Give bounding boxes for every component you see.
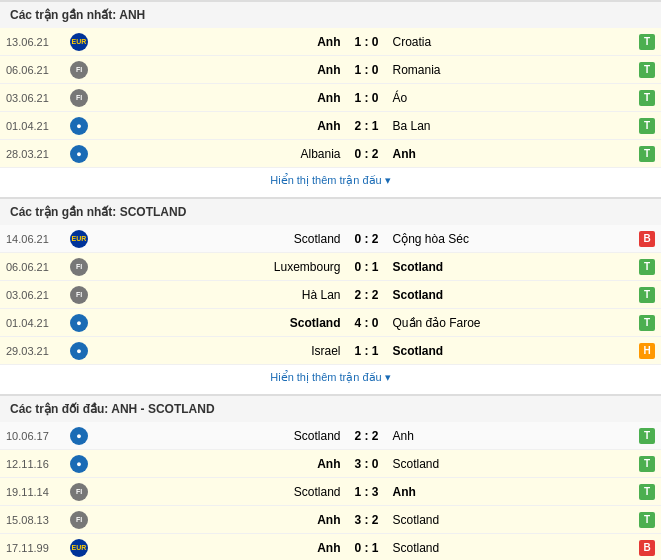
match-date: 06.06.21 [6, 64, 64, 76]
away-team: Anh [387, 485, 640, 499]
comp-col: ● [64, 314, 94, 332]
match-row: 13.06.21EURAnh1 : 0CroatiaT [0, 28, 661, 56]
section-header-2: Các trận đối đầu: ANH - SCOTLAND [0, 394, 661, 422]
match-score: 0 : 2 [347, 147, 387, 161]
match-row: 14.06.21EURScotland0 : 2Cộng hòa SécB [0, 225, 661, 253]
away-team: Anh [387, 147, 640, 161]
result-badge: T [639, 146, 655, 162]
match-row: 17.11.99EURAnh0 : 1ScotlandB [0, 534, 661, 560]
match-row: 10.06.17●Scotland2 : 2AnhT [0, 422, 661, 450]
wc-icon: ● [70, 314, 88, 332]
match-row: 15.08.13FIAnh3 : 2ScotlandT [0, 506, 661, 534]
match-date: 19.11.14 [6, 486, 64, 498]
match-score: 0 : 1 [347, 541, 387, 555]
comp-col: FI [64, 61, 94, 79]
show-more-button[interactable]: Hiển thị thêm trận đấu ▾ [0, 365, 661, 390]
wc-icon: ● [70, 427, 88, 445]
match-date: 29.03.21 [6, 345, 64, 357]
comp-col: ● [64, 342, 94, 360]
result-badge: H [639, 343, 655, 359]
result-badge: T [639, 428, 655, 444]
match-score: 4 : 0 [347, 316, 387, 330]
away-team: Scotland [387, 344, 640, 358]
result-badge: T [639, 62, 655, 78]
match-score: 3 : 2 [347, 513, 387, 527]
match-date: 17.11.99 [6, 542, 64, 554]
match-score: 2 : 2 [347, 429, 387, 443]
home-team: Anh [94, 35, 347, 49]
match-row: 29.03.21●Israel1 : 1ScotlandH [0, 337, 661, 365]
home-team: Anh [94, 513, 347, 527]
away-team: Scotland [387, 288, 640, 302]
wc-icon: ● [70, 455, 88, 473]
match-score: 1 : 0 [347, 35, 387, 49]
away-team: Scotland [387, 457, 640, 471]
match-row: 01.04.21●Anh2 : 1Ba LanT [0, 112, 661, 140]
result-badge: T [639, 34, 655, 50]
wc-icon: ● [70, 342, 88, 360]
match-date: 03.06.21 [6, 289, 64, 301]
match-row: 28.03.21●Albania0 : 2AnhT [0, 140, 661, 168]
match-date: 01.04.21 [6, 120, 64, 132]
section-header-1: Các trận gần nhất: SCOTLAND [0, 197, 661, 225]
comp-col: EUR [64, 539, 94, 557]
match-score: 2 : 2 [347, 288, 387, 302]
away-team: Croatia [387, 35, 640, 49]
match-date: 28.03.21 [6, 148, 64, 160]
comp-col: EUR [64, 33, 94, 51]
app-container: Các trận gần nhất: ANH13.06.21EURAnh1 : … [0, 0, 661, 560]
match-date: 14.06.21 [6, 233, 64, 245]
result-badge: T [639, 287, 655, 303]
section-2: Các trận đối đầu: ANH - SCOTLAND10.06.17… [0, 394, 661, 560]
fi-icon: FI [70, 483, 88, 501]
wc-icon: ● [70, 145, 88, 163]
match-date: 12.11.16 [6, 458, 64, 470]
match-row: 01.04.21●Scotland4 : 0Quần đảo FaroeT [0, 309, 661, 337]
section-1: Các trận gần nhất: SCOTLAND14.06.21EURSc… [0, 197, 661, 390]
match-score: 1 : 1 [347, 344, 387, 358]
match-score: 0 : 1 [347, 260, 387, 274]
match-row: 03.06.21FIHà Lan2 : 2ScotlandT [0, 281, 661, 309]
match-row: 19.11.14FIScotland1 : 3AnhT [0, 478, 661, 506]
result-badge: T [639, 90, 655, 106]
match-score: 1 : 0 [347, 63, 387, 77]
section-0: Các trận gần nhất: ANH13.06.21EURAnh1 : … [0, 0, 661, 193]
home-team: Israel [94, 344, 347, 358]
home-team: Scotland [94, 232, 347, 246]
home-team: Hà Lan [94, 288, 347, 302]
comp-col: ● [64, 145, 94, 163]
match-row: 12.11.16●Anh3 : 0ScotlandT [0, 450, 661, 478]
match-row: 03.06.21FIAnh1 : 0ÁoT [0, 84, 661, 112]
wc-icon: ● [70, 117, 88, 135]
home-team: Anh [94, 91, 347, 105]
match-score: 3 : 0 [347, 457, 387, 471]
away-team: Áo [387, 91, 640, 105]
comp-col: ● [64, 117, 94, 135]
match-row: 06.06.21FIAnh1 : 0RomaniaT [0, 56, 661, 84]
fi-icon: FI [70, 286, 88, 304]
away-team: Scotland [387, 541, 640, 555]
result-badge: T [639, 512, 655, 528]
away-team: Anh [387, 429, 640, 443]
match-score: 1 : 0 [347, 91, 387, 105]
comp-col: ● [64, 455, 94, 473]
home-team: Luxembourg [94, 260, 347, 274]
match-score: 0 : 2 [347, 232, 387, 246]
result-badge: T [639, 315, 655, 331]
eur-icon: EUR [70, 539, 88, 557]
result-badge: T [639, 484, 655, 500]
match-date: 10.06.17 [6, 430, 64, 442]
show-more-button[interactable]: Hiển thị thêm trận đấu ▾ [0, 168, 661, 193]
home-team: Albania [94, 147, 347, 161]
away-team: Scotland [387, 513, 640, 527]
section-header-0: Các trận gần nhất: ANH [0, 0, 661, 28]
comp-col: EUR [64, 230, 94, 248]
fi-icon: FI [70, 61, 88, 79]
eur-icon: EUR [70, 33, 88, 51]
result-badge: T [639, 456, 655, 472]
home-team: Anh [94, 541, 347, 555]
result-badge: B [639, 540, 655, 556]
home-team: Anh [94, 63, 347, 77]
eur-icon: EUR [70, 230, 88, 248]
away-team: Ba Lan [387, 119, 640, 133]
